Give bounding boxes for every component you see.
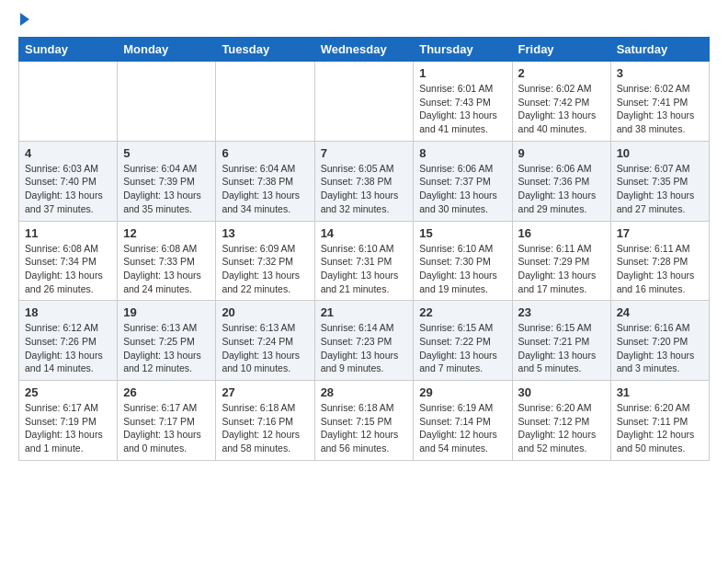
calendar-day-cell: 22Sunrise: 6:15 AM Sunset: 7:22 PM Dayli… [414,301,512,381]
day-number: 11 [25,226,111,240]
calendar-day-cell: 8Sunrise: 6:06 AM Sunset: 7:37 PM Daylig… [414,141,512,221]
calendar-day-cell: 15Sunrise: 6:10 AM Sunset: 7:30 PM Dayli… [414,221,512,301]
day-of-week-header: Wednesday [314,38,414,62]
day-of-week-header: Saturday [610,38,709,62]
day-info: Sunrise: 6:06 AM Sunset: 7:36 PM Dayligh… [518,162,605,216]
day-info: Sunrise: 6:09 AM Sunset: 7:32 PM Dayligh… [222,242,308,296]
day-number: 20 [222,305,308,319]
calendar-day-cell: 24Sunrise: 6:16 AM Sunset: 7:20 PM Dayli… [610,301,709,381]
day-number: 26 [123,385,210,399]
day-info: Sunrise: 6:19 AM Sunset: 7:14 PM Dayligh… [419,401,506,455]
calendar-day-cell: 17Sunrise: 6:11 AM Sunset: 7:28 PM Dayli… [610,221,709,301]
day-number: 21 [321,305,408,319]
day-info: Sunrise: 6:08 AM Sunset: 7:34 PM Dayligh… [25,242,111,296]
day-number: 3 [617,66,703,80]
day-info: Sunrise: 6:04 AM Sunset: 7:39 PM Dayligh… [123,162,210,216]
day-info: Sunrise: 6:01 AM Sunset: 7:43 PM Dayligh… [419,82,506,136]
logo [18,15,29,26]
day-info: Sunrise: 6:16 AM Sunset: 7:20 PM Dayligh… [617,321,703,375]
day-number: 19 [123,305,210,319]
calendar-day-cell: 11Sunrise: 6:08 AM Sunset: 7:34 PM Dayli… [19,221,118,301]
logo-arrow-icon [20,13,29,26]
day-number: 7 [321,146,408,160]
day-info: Sunrise: 6:12 AM Sunset: 7:26 PM Dayligh… [25,321,111,375]
day-info: Sunrise: 6:15 AM Sunset: 7:21 PM Dayligh… [518,321,605,375]
day-info: Sunrise: 6:20 AM Sunset: 7:11 PM Dayligh… [617,401,703,455]
calendar-day-cell: 3Sunrise: 6:02 AM Sunset: 7:41 PM Daylig… [610,62,709,142]
calendar-day-cell: 30Sunrise: 6:20 AM Sunset: 7:12 PM Dayli… [512,381,610,461]
day-of-week-header: Monday [118,38,216,62]
day-of-week-header: Tuesday [216,38,314,62]
calendar-day-cell: 14Sunrise: 6:10 AM Sunset: 7:31 PM Dayli… [314,221,414,301]
calendar-day-cell: 21Sunrise: 6:14 AM Sunset: 7:23 PM Dayli… [314,301,414,381]
day-of-week-header: Thursday [414,38,512,62]
day-of-week-header: Sunday [19,38,118,62]
day-info: Sunrise: 6:06 AM Sunset: 7:37 PM Dayligh… [419,162,506,216]
day-number: 16 [518,226,605,240]
calendar-header-row: SundayMondayTuesdayWednesdayThursdayFrid… [19,38,710,62]
calendar-day-cell [19,62,118,142]
day-info: Sunrise: 6:17 AM Sunset: 7:19 PM Dayligh… [25,401,111,455]
day-info: Sunrise: 6:11 AM Sunset: 7:28 PM Dayligh… [617,242,703,296]
day-number: 28 [321,385,408,399]
day-info: Sunrise: 6:10 AM Sunset: 7:30 PM Dayligh… [419,242,506,296]
calendar-day-cell: 4Sunrise: 6:03 AM Sunset: 7:40 PM Daylig… [19,141,118,221]
day-number: 6 [222,146,308,160]
day-info: Sunrise: 6:17 AM Sunset: 7:17 PM Dayligh… [123,401,210,455]
calendar-week-row: 11Sunrise: 6:08 AM Sunset: 7:34 PM Dayli… [19,221,710,301]
day-of-week-header: Friday [512,38,610,62]
day-info: Sunrise: 6:08 AM Sunset: 7:33 PM Dayligh… [123,242,210,296]
day-info: Sunrise: 6:11 AM Sunset: 7:29 PM Dayligh… [518,242,605,296]
calendar-day-cell: 6Sunrise: 6:04 AM Sunset: 7:38 PM Daylig… [216,141,314,221]
day-number: 23 [518,305,605,319]
calendar-day-cell: 7Sunrise: 6:05 AM Sunset: 7:38 PM Daylig… [314,141,414,221]
day-info: Sunrise: 6:15 AM Sunset: 7:22 PM Dayligh… [419,321,506,375]
day-number: 29 [419,385,506,399]
day-number: 8 [419,146,506,160]
day-number: 13 [222,226,308,240]
calendar-day-cell: 28Sunrise: 6:18 AM Sunset: 7:15 PM Dayli… [314,381,414,461]
calendar-day-cell: 13Sunrise: 6:09 AM Sunset: 7:32 PM Dayli… [216,221,314,301]
calendar-table: SundayMondayTuesdayWednesdayThursdayFrid… [18,37,710,461]
day-info: Sunrise: 6:14 AM Sunset: 7:23 PM Dayligh… [321,321,408,375]
calendar-day-cell: 12Sunrise: 6:08 AM Sunset: 7:33 PM Dayli… [118,221,216,301]
day-number: 10 [617,146,703,160]
day-info: Sunrise: 6:20 AM Sunset: 7:12 PM Dayligh… [518,401,605,455]
calendar-day-cell: 20Sunrise: 6:13 AM Sunset: 7:24 PM Dayli… [216,301,314,381]
calendar-day-cell: 5Sunrise: 6:04 AM Sunset: 7:39 PM Daylig… [118,141,216,221]
calendar-week-row: 25Sunrise: 6:17 AM Sunset: 7:19 PM Dayli… [19,381,710,461]
day-info: Sunrise: 6:04 AM Sunset: 7:38 PM Dayligh… [222,162,308,216]
calendar-day-cell: 29Sunrise: 6:19 AM Sunset: 7:14 PM Dayli… [414,381,512,461]
day-info: Sunrise: 6:05 AM Sunset: 7:38 PM Dayligh… [321,162,408,216]
day-number: 17 [617,226,703,240]
calendar-day-cell [314,62,414,142]
day-number: 14 [321,226,408,240]
day-info: Sunrise: 6:03 AM Sunset: 7:40 PM Dayligh… [25,162,111,216]
day-info: Sunrise: 6:10 AM Sunset: 7:31 PM Dayligh… [321,242,408,296]
day-number: 27 [222,385,308,399]
calendar-day-cell: 23Sunrise: 6:15 AM Sunset: 7:21 PM Dayli… [512,301,610,381]
day-info: Sunrise: 6:18 AM Sunset: 7:15 PM Dayligh… [321,401,408,455]
day-number: 30 [518,385,605,399]
day-number: 31 [617,385,703,399]
calendar-day-cell: 16Sunrise: 6:11 AM Sunset: 7:29 PM Dayli… [512,221,610,301]
calendar-day-cell: 1Sunrise: 6:01 AM Sunset: 7:43 PM Daylig… [414,62,512,142]
day-number: 18 [25,305,111,319]
day-number: 2 [518,66,605,80]
calendar-day-cell: 9Sunrise: 6:06 AM Sunset: 7:36 PM Daylig… [512,141,610,221]
day-info: Sunrise: 6:13 AM Sunset: 7:24 PM Dayligh… [222,321,308,375]
day-info: Sunrise: 6:13 AM Sunset: 7:25 PM Dayligh… [123,321,210,375]
day-number: 25 [25,385,111,399]
calendar-week-row: 18Sunrise: 6:12 AM Sunset: 7:26 PM Dayli… [19,301,710,381]
day-info: Sunrise: 6:02 AM Sunset: 7:41 PM Dayligh… [617,82,703,136]
calendar-day-cell [216,62,314,142]
page-header [18,15,710,26]
day-number: 4 [25,146,111,160]
calendar-week-row: 4Sunrise: 6:03 AM Sunset: 7:40 PM Daylig… [19,141,710,221]
day-number: 1 [419,66,506,80]
calendar-day-cell: 2Sunrise: 6:02 AM Sunset: 7:42 PM Daylig… [512,62,610,142]
calendar-day-cell: 18Sunrise: 6:12 AM Sunset: 7:26 PM Dayli… [19,301,118,381]
calendar-day-cell: 27Sunrise: 6:18 AM Sunset: 7:16 PM Dayli… [216,381,314,461]
day-number: 15 [419,226,506,240]
calendar-day-cell: 26Sunrise: 6:17 AM Sunset: 7:17 PM Dayli… [118,381,216,461]
